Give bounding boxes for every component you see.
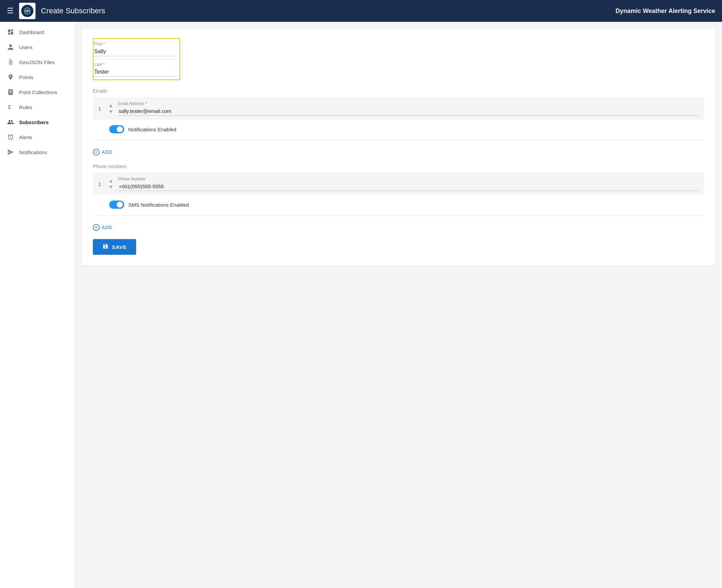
sms-notifications-toggle[interactable] — [109, 201, 124, 209]
last-name-input[interactable] — [93, 68, 175, 77]
phone-field-label: Phone Number — [118, 177, 699, 181]
phone-section: Phone numbers 1 ▲ ▼ Phone Number — [93, 164, 704, 232]
sidebar-item-points[interactable]: Points — [0, 70, 75, 85]
add-email-circle-icon: + — [93, 149, 100, 156]
add-phone-label: ADD — [102, 225, 112, 230]
email-entry-index: 1 — [98, 106, 104, 112]
menu-icon[interactable]: ☰ — [7, 6, 14, 15]
sidebar-item-rules-label: Rules — [19, 104, 32, 110]
add-phone-button[interactable]: + ADD — [93, 223, 112, 232]
sidebar-item-subscribers-label: Subscribers — [19, 119, 49, 125]
sidebar-item-point-collections[interactable]: Point Collections — [0, 85, 75, 100]
sidebar-item-alerts[interactable]: Alerts — [0, 130, 75, 145]
group-icon — [7, 119, 14, 126]
email-field-wrapper: Email Address * — [118, 101, 699, 116]
email-arrow-buttons: ▲ ▼ — [108, 103, 114, 114]
sidebar-item-rules[interactable]: Σ Rules — [0, 100, 75, 115]
phone-down-button[interactable]: ▼ — [108, 184, 114, 190]
svg-text:Σ: Σ — [8, 104, 11, 110]
email-entry-row: 1 ▲ ▼ Email Address * — [93, 97, 704, 120]
emails-divider — [93, 140, 704, 141]
sidebar-item-users-label: Users — [19, 44, 32, 50]
phone-arrow-buttons: ▲ ▼ — [108, 178, 114, 190]
app-name: Dynamic Weather Alerting Service — [616, 8, 715, 15]
sidebar-item-geojson-label: GeoJSON Files — [19, 59, 55, 65]
add-phone-circle-icon: + — [93, 224, 100, 231]
first-name-label: First * — [93, 42, 175, 46]
sidebar-item-geojson[interactable]: GeoJSON Files — [0, 55, 75, 70]
sidebar: Dashboard Users GeoJSON Files Points Poi… — [0, 22, 75, 588]
phone-section-label: Phone numbers — [93, 164, 704, 169]
person-icon — [7, 44, 14, 50]
alarm-icon — [7, 134, 14, 141]
attachment-icon — [7, 59, 14, 65]
app-logo — [19, 3, 35, 19]
sidebar-item-subscribers[interactable]: Subscribers — [0, 115, 75, 130]
dashboard-icon — [7, 29, 14, 35]
last-name-label: Last * — [93, 62, 175, 67]
email-toggle-row: Notifications Enabled — [109, 125, 704, 133]
page-title: Create Subscribers — [41, 6, 616, 15]
form-card: First * Last * Emails 1 ▲ ▼ — [82, 29, 715, 266]
email-field-label: Email Address * — [118, 101, 699, 106]
location-icon — [7, 74, 14, 80]
sidebar-item-notifications[interactable]: Notifications — [0, 145, 75, 160]
save-icon — [102, 243, 109, 251]
sidebar-item-notifications-label: Notifications — [19, 149, 47, 155]
phone-number-input[interactable] — [118, 182, 699, 191]
add-email-button[interactable]: + ADD — [93, 147, 112, 157]
phone-entry-index: 1 — [98, 181, 104, 187]
sms-toggle-row: SMS Notifications Enabled — [109, 201, 704, 209]
phone-entry-row: 1 ▲ ▼ Phone Number — [93, 173, 704, 195]
last-name-wrapper: Last * — [93, 59, 179, 79]
save-button[interactable]: SAVE — [93, 239, 136, 255]
email-address-input[interactable] — [118, 107, 699, 116]
email-notifications-toggle-label: Notifications Enabled — [128, 127, 176, 132]
sigma-icon: Σ — [7, 104, 14, 111]
phone-field-wrapper: Phone Number — [118, 177, 699, 191]
sidebar-item-users[interactable]: Users — [0, 40, 75, 55]
first-name-input[interactable] — [93, 47, 175, 56]
sidebar-item-alerts-label: Alerts — [19, 134, 32, 140]
send-icon — [7, 149, 14, 156]
book-icon — [7, 89, 14, 95]
name-fields-group: First * Last * — [93, 38, 180, 80]
svg-point-3 — [26, 10, 28, 12]
sidebar-item-dashboard-label: Dashboard — [19, 29, 44, 35]
phone-up-button[interactable]: ▲ — [108, 178, 114, 183]
email-up-button[interactable]: ▲ — [108, 103, 114, 108]
emails-section: Emails 1 ▲ ▼ Email Address * — [93, 88, 704, 157]
sidebar-item-point-collections-label: Point Collections — [19, 89, 57, 95]
sidebar-item-points-label: Points — [19, 74, 33, 80]
email-notifications-toggle[interactable] — [109, 125, 124, 133]
main-content: First * Last * Emails 1 ▲ ▼ — [75, 22, 722, 588]
app-header: ☰ Create Subscribers Dynamic Weather Ale… — [0, 0, 722, 22]
first-name-wrapper: First * — [93, 39, 179, 59]
sidebar-item-dashboard[interactable]: Dashboard — [0, 25, 75, 40]
add-email-label: ADD — [102, 149, 112, 155]
emails-section-label: Emails — [93, 88, 704, 94]
email-down-button[interactable]: ▼ — [108, 109, 114, 114]
save-button-label: SAVE — [112, 244, 127, 250]
phone-divider — [93, 216, 704, 216]
sms-notifications-toggle-label: SMS Notifications Enabled — [128, 202, 189, 208]
